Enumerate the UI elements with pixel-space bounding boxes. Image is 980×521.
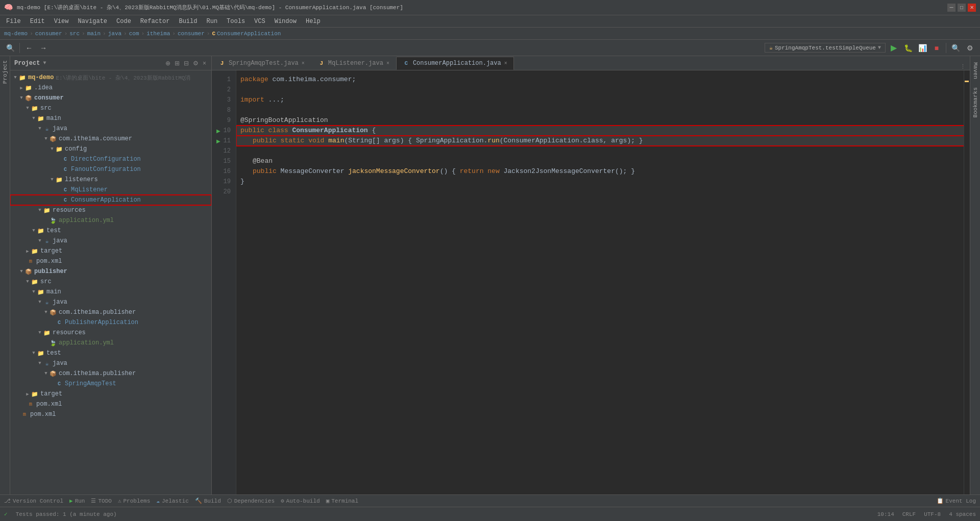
bookmarks-side-tab[interactable]: Bookmarks [972, 87, 978, 117]
window-controls[interactable]: ─ □ ✕ [947, 4, 976, 12]
breadcrumb-itheima[interactable]: itheima [146, 31, 170, 37]
tree-publisher-test[interactable]: ▼ 📁 test [10, 348, 211, 358]
breadcrumb-consumer2[interactable]: consumer [178, 31, 205, 37]
menu-view[interactable]: View [50, 17, 73, 26]
tree-publisher-resources[interactable]: ▼ 📁 resources [10, 328, 211, 338]
tree-mqlistener[interactable]: C MqListener [10, 185, 211, 195]
breadcrumb-class[interactable]: C ConsumerApplication [212, 31, 281, 37]
breadcrumb-consumer[interactable]: consumer [35, 31, 62, 37]
tree-consumer[interactable]: ▼ 📦 consumer [10, 93, 211, 103]
tree-publisher-app[interactable]: C PublisherApplication [10, 317, 211, 328]
breadcrumb-java[interactable]: java [108, 31, 121, 37]
status-encoding[interactable]: UTF-8 [924, 511, 941, 517]
status-line-ending[interactable]: CRLF [902, 511, 916, 517]
tree-consumer-java[interactable]: ▼ ☕ java [10, 123, 211, 134]
stop-button[interactable]: ■ [930, 42, 943, 54]
tab-spring-amqp-test[interactable]: J SpringAmqpTest.java × [212, 57, 311, 70]
tree-publisher-java[interactable]: ▼ ☕ java [10, 297, 211, 307]
tree-publisher-test-java[interactable]: ▼ ☕ java [10, 358, 211, 368]
tree-publisher-pom[interactable]: m pom.xml [10, 399, 211, 409]
todo-tool[interactable]: ☰ TODO [91, 498, 111, 504]
find-button[interactable]: 🔍 [949, 42, 962, 54]
run-config-selector[interactable]: ☕ SpringAmqpTest.testSimpleQueue ▼ [765, 43, 886, 53]
tree-config-folder[interactable]: ▼ 📁 config [10, 144, 211, 154]
tree-consumer-application[interactable]: C ConsumerApplication [10, 195, 211, 205]
tree-consumer-pom[interactable]: m pom.xml [10, 256, 211, 266]
tree-consumer-pkg[interactable]: ▼ 📦 com.itheima.consumer [10, 134, 211, 144]
event-log-tool[interactable]: 📋 Event Log [937, 498, 976, 504]
dependencies-tool[interactable]: ⬡ Dependencies [227, 498, 275, 504]
menu-run[interactable]: Run [202, 17, 222, 26]
debug-button[interactable]: 🐛 [902, 42, 914, 54]
minimize-button[interactable]: ─ [947, 4, 955, 12]
tree-consumer-test-java[interactable]: ▼ ☕ java [10, 236, 211, 246]
tree-publisher-test-pkg[interactable]: ▼ 📦 com.itheima.publisher [10, 368, 211, 379]
tree-publisher[interactable]: ▼ 📦 publisher [10, 266, 211, 277]
menu-help[interactable]: Help [302, 17, 325, 26]
menu-navigate[interactable]: Navigate [74, 17, 111, 26]
menu-vcs[interactable]: VCS [250, 17, 270, 26]
tab-spring-amqp-close[interactable]: × [302, 61, 305, 66]
run-with-coverage-button[interactable]: 📊 [916, 42, 928, 54]
tree-root[interactable]: ▼ 📁 mq-demo E:\讲的桌面\bite - 杂\4、2023新版Rab… [10, 72, 211, 83]
menu-refactor[interactable]: Refactor [136, 17, 174, 26]
jelastic-tool[interactable]: ☁ Jelastic [156, 498, 188, 504]
tree-listeners[interactable]: ▼ 📁 listeners [10, 175, 211, 185]
breadcrumb-src[interactable]: src [69, 31, 80, 37]
project-side-tab[interactable]: Project [2, 60, 8, 84]
tab-consumer-application[interactable]: C ConsumerApplication.java × [396, 57, 514, 70]
tree-consumer-test[interactable]: ▼ 📁 test [10, 226, 211, 236]
back-button[interactable]: ← [23, 42, 35, 54]
status-indent[interactable]: 4 spaces [949, 511, 976, 517]
menu-build[interactable]: Build [175, 17, 201, 26]
menu-file[interactable]: File [2, 17, 25, 26]
forward-button[interactable]: → [37, 42, 50, 54]
close-button[interactable]: ✕ [968, 4, 976, 12]
breadcrumb-com[interactable]: com [129, 31, 139, 37]
version-control-tool[interactable]: ⎇ Version Control [4, 498, 63, 504]
run-button[interactable]: ▶ [888, 42, 900, 54]
tree-consumer-src[interactable]: ▼ 📁 src [10, 103, 211, 113]
maximize-button[interactable]: □ [958, 4, 966, 12]
menu-window[interactable]: Window [271, 17, 301, 26]
tree-publisher-src[interactable]: ▼ 📁 src [10, 277, 211, 287]
editor-content[interactable]: 1 2 3 8 9 ▶ 10 ▶ [212, 70, 970, 494]
tree-idea[interactable]: ▶ 📁 .idea [10, 83, 211, 93]
maven-side-tab[interactable]: Maven [972, 62, 978, 79]
search-everywhere-button[interactable]: 🔍 [4, 42, 16, 54]
tree-consumer-resources[interactable]: ▼ 📁 resources [10, 205, 211, 215]
tree-root-pom[interactable]: m pom.xml [10, 409, 211, 419]
tree-publisher-pkg[interactable]: ▼ 📦 com.itheima.publisher [10, 307, 211, 317]
tab-consumer-app-close[interactable]: × [504, 61, 507, 66]
code-editor[interactable]: package com.itheima.consumer; import ...… [236, 70, 970, 494]
tree-publisher-target[interactable]: ▶ 📁 target [10, 389, 211, 399]
menu-edit[interactable]: Edit [26, 17, 49, 26]
run-line-10-button[interactable]: ▶ [215, 127, 222, 134]
breadcrumb-main[interactable]: main [87, 31, 101, 37]
hide-project-button[interactable]: × [202, 59, 207, 68]
tree-consumer-target[interactable]: ▶ 📁 target [10, 246, 211, 256]
tree-consumer-yml[interactable]: 🍃 application.yml [10, 215, 211, 226]
tree-spring-amqp-test[interactable]: C SpringAmqpTest [10, 379, 211, 389]
expand-all-button[interactable]: ⊞ [174, 59, 181, 68]
settings-button[interactable]: ⚙ [964, 42, 976, 54]
tree-publisher-yml[interactable]: 🍃 application.yml [10, 338, 211, 348]
project-dropdown-icon[interactable]: ▼ [43, 60, 46, 66]
menu-tools[interactable]: Tools [223, 17, 249, 26]
tab-mq-listener-close[interactable]: × [386, 61, 389, 66]
tree-publisher-main[interactable]: ▼ 📁 main [10, 287, 211, 297]
tree-direct-config[interactable]: C DirectConfiguration [10, 154, 211, 164]
settings-project-button[interactable]: ⚙ [192, 59, 200, 68]
run-line-11-button[interactable]: ▶ [215, 137, 222, 144]
terminal-tool[interactable]: ▣ Terminal [326, 498, 358, 504]
tree-fanout-config[interactable]: C FanoutConfiguration [10, 164, 211, 175]
tab-mq-listener[interactable]: J MqListener.java × [311, 57, 396, 70]
problems-tool[interactable]: ⚠ Problems [118, 498, 150, 504]
collapse-all-button[interactable]: ⊟ [183, 59, 190, 68]
locate-file-button[interactable]: ⊕ [164, 59, 172, 68]
tree-consumer-main[interactable]: ▼ 📁 main [10, 113, 211, 123]
run-tool[interactable]: ▶ Run [69, 498, 85, 504]
breadcrumb-project[interactable]: mq-demo [4, 31, 28, 37]
build-tool[interactable]: 🔨 Build [195, 498, 221, 504]
auto-build-tool[interactable]: ⚙ Auto-build [281, 498, 320, 504]
